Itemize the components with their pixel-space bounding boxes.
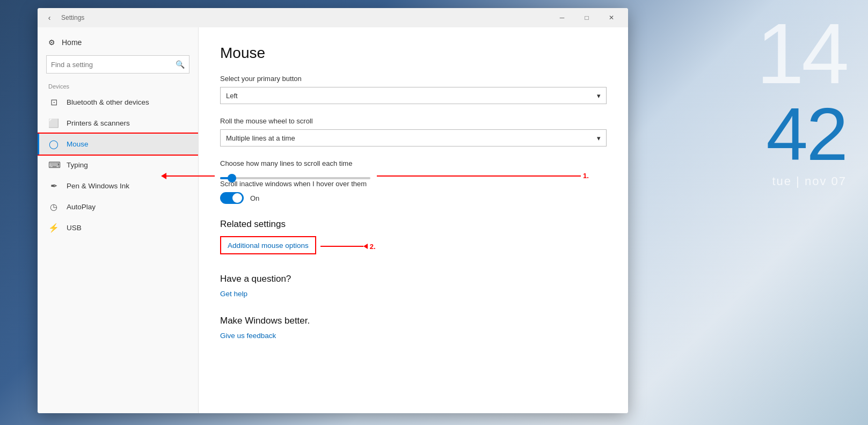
annotation-line-2	[320, 246, 363, 247]
usb-icon: ⚡	[48, 223, 59, 233]
autoplay-icon: ◷	[48, 202, 59, 212]
sidebar-item-label: USB	[67, 224, 82, 232]
annotation-number-2: 2.	[370, 243, 376, 251]
slider-thumb[interactable]	[228, 174, 236, 182]
sidebar-item-bluetooth[interactable]: ⊡ Bluetooth & other devices	[38, 92, 198, 113]
annotation-line-1	[377, 175, 581, 177]
window-title: Settings	[61, 14, 84, 21]
scroll-wheel-value: Multiple lines at a time	[226, 134, 295, 142]
devices-section-label: Devices	[38, 80, 198, 92]
title-bar-left: ‹ Settings	[42, 10, 84, 25]
give-feedback-link[interactable]: Give us feedback	[220, 332, 276, 340]
sidebar-item-home[interactable]: ⚙ Home	[38, 34, 198, 51]
maximize-button[interactable]: □	[574, 8, 599, 27]
back-button[interactable]: ‹	[42, 10, 57, 25]
search-input[interactable]	[51, 61, 176, 69]
pen-icon: ✒	[48, 181, 59, 191]
scroll-inactive-label: Scroll inactive windows when I hover ove…	[220, 180, 607, 188]
sidebar-item-label: Mouse	[67, 140, 89, 148]
printer-icon: ⬜	[48, 118, 59, 128]
clock-minute: 42	[756, 97, 847, 172]
close-button[interactable]: ✕	[599, 8, 624, 27]
minimize-button[interactable]: ─	[550, 8, 574, 27]
search-box: 🔍	[46, 55, 189, 74]
get-help-link[interactable]: Get help	[220, 290, 247, 298]
mouse-icon: ◯	[48, 139, 59, 149]
annotation-arrow-2	[363, 244, 368, 249]
bluetooth-icon: ⊡	[48, 97, 59, 107]
typing-icon: ⌨	[48, 160, 59, 170]
have-a-question-heading: Have a question?	[220, 274, 607, 284]
scroll-lines-slider-track[interactable]	[220, 177, 370, 179]
title-bar-controls: ─ □ ✕	[550, 8, 624, 27]
slider-wrapper: 1.	[220, 172, 607, 180]
sidebar-item-label: Pen & Windows Ink	[67, 182, 129, 190]
scroll-lines-label: Choose how many lines to scroll each tim…	[220, 159, 607, 167]
chevron-down-icon-2: ▾	[597, 134, 601, 142]
scroll-wheel-dropdown[interactable]: Multiple lines at a time ▾	[220, 129, 607, 146]
clock-date: tue | nov 07	[756, 174, 847, 188]
sidebar-item-label: Typing	[67, 161, 88, 169]
primary-button-dropdown[interactable]: Left ▾	[220, 87, 607, 104]
related-settings-heading: Related settings	[220, 219, 607, 230]
page-title: Mouse	[220, 45, 607, 62]
scroll-lines-section: Choose how many lines to scroll each tim…	[220, 159, 607, 180]
sidebar-item-pen[interactable]: ✒ Pen & Windows Ink	[38, 175, 198, 196]
sidebar: ⚙ Home 🔍 Devices ⊡ Bluetooth & other dev…	[38, 27, 199, 413]
sidebar-item-typing[interactable]: ⌨ Typing	[38, 155, 198, 175]
sidebar-item-mouse[interactable]: ◯ Mouse	[38, 134, 198, 155]
desktop-clock: 14 42 tue | nov 07	[756, 11, 847, 188]
sidebar-item-usb[interactable]: ⚡ USB	[38, 217, 198, 238]
settings-window: ‹ Settings ─ □ ✕ ⚙ Home 🔍 Devices ⊡ Blue…	[38, 8, 628, 413]
sidebar-item-label: Bluetooth & other devices	[67, 98, 149, 106]
annotation-number-1: 1.	[583, 172, 589, 180]
scroll-inactive-toggle-row: On	[220, 192, 607, 204]
content-panel: Mouse Select your primary button Left ▾ …	[199, 27, 628, 413]
sidebar-home-label: Home	[62, 38, 82, 47]
scroll-wheel-label: Roll the mouse wheel to scroll	[220, 117, 607, 125]
sidebar-item-label: Printers & scanners	[67, 119, 130, 127]
sidebar-item-label: AutoPlay	[67, 203, 96, 211]
additional-mouse-options-link[interactable]: Additional mouse options	[228, 241, 309, 250]
search-icon[interactable]: 🔍	[176, 60, 185, 69]
sidebar-item-autoplay[interactable]: ◷ AutoPlay	[38, 196, 198, 217]
chevron-down-icon: ▾	[597, 92, 601, 100]
primary-button-value: Left	[226, 92, 238, 100]
sidebar-item-printers[interactable]: ⬜ Printers & scanners	[38, 113, 198, 134]
toggle-state-label: On	[250, 194, 259, 202]
window-body: ⚙ Home 🔍 Devices ⊡ Bluetooth & other dev…	[38, 27, 628, 413]
toggle-knob	[232, 193, 242, 203]
clock-hour: 14	[756, 11, 847, 97]
scroll-inactive-toggle[interactable]	[220, 192, 244, 204]
primary-button-label: Select your primary button	[220, 75, 607, 83]
make-windows-better-heading: Make Windows better.	[220, 316, 607, 326]
title-bar: ‹ Settings ─ □ ✕	[38, 8, 628, 27]
additional-mouse-options-box: Additional mouse options	[220, 236, 316, 254]
additional-options-row: Additional mouse options 2.	[220, 236, 607, 257]
home-icon: ⚙	[48, 38, 55, 47]
